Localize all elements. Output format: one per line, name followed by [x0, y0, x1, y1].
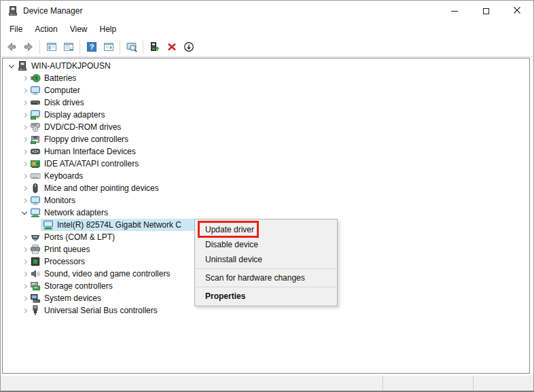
printer-icon — [30, 244, 41, 255]
tree-item-content: DVD/CD-ROM drives — [28, 121, 121, 133]
tree-item-win-autdkjpousn[interactable]: WIN-AUTDKJPOUSN — [3, 60, 529, 72]
toolbar: ? — [1, 37, 533, 57]
tree-item-network-adapters[interactable]: Network adapters — [3, 207, 529, 219]
tree-item-mice-and-other-pointing-devices[interactable]: Mice and other pointing devices — [3, 182, 529, 194]
chevron-right-icon[interactable] — [21, 170, 28, 182]
chevron-right-icon[interactable] — [21, 133, 28, 145]
menu-bar: FileActionViewHelp — [1, 21, 533, 37]
system-icon — [30, 293, 41, 304]
tree-item-label: WIN-AUTDKJPOUSN — [31, 61, 111, 71]
chevron-right-icon[interactable] — [21, 145, 28, 158]
chevron-right-icon[interactable] — [21, 268, 28, 280]
chevron-down-icon[interactable] — [8, 60, 15, 72]
context-menu-item-properties[interactable]: Properties — [195, 289, 337, 304]
tree-item-floppy-drive-controllers[interactable]: Floppy drive controllers — [3, 133, 529, 145]
toolbar-button-action-pane[interactable] — [101, 39, 116, 55]
tree-item-ide-ata-atapi-controllers[interactable]: IDE ATA/ATAPI controllers — [3, 158, 529, 170]
context-menu-item-update-driver[interactable]: Update driver — [195, 222, 337, 237]
chevron-right-icon[interactable] — [21, 182, 28, 194]
chevron-right-icon[interactable] — [21, 121, 28, 133]
tree-item-label: DVD/CD-ROM drives — [44, 122, 121, 132]
toolbar-button-uninstall[interactable] — [164, 39, 179, 55]
maximize-button[interactable] — [470, 1, 501, 21]
tree-item-label: Monitors — [44, 196, 75, 205]
disable-icon — [183, 41, 194, 52]
tree-item-label: Ports (COM & LPT) — [44, 232, 115, 242]
tree-item-label: Print queues — [44, 245, 90, 254]
tree-item-content: Universal Serial Bus controllers — [28, 304, 158, 317]
status-bar-cell — [1, 376, 382, 391]
toolbar-button-forward[interactable] — [20, 39, 36, 55]
tree-item-display-adapters[interactable]: Display adapters — [3, 109, 529, 121]
tree-item-human-interface-devices[interactable]: Human Interface Devices — [3, 145, 529, 158]
tree-item-label: Display adapters — [44, 110, 105, 120]
tree-item-computer[interactable]: Computer — [3, 84, 529, 96]
chevron-down-icon[interactable] — [21, 207, 28, 219]
chevron-right-icon[interactable] — [21, 194, 28, 207]
device-manager-icon — [7, 5, 18, 16]
chevron-right-icon[interactable] — [21, 96, 28, 109]
toolbar-button-disable[interactable] — [181, 39, 196, 55]
chevron-right-icon[interactable] — [21, 84, 28, 96]
tree-item-content: Disk drives — [28, 96, 84, 109]
context-menu-item-scan-for-hardware-changes[interactable]: Scan for hardware changes — [195, 270, 337, 285]
mouse-icon — [30, 183, 41, 194]
context-menu-separator — [196, 287, 336, 287]
processor-icon — [30, 256, 41, 267]
menu-action[interactable]: Action — [29, 22, 63, 36]
maximize-icon — [483, 8, 489, 14]
context-menu-item-uninstall-device[interactable]: Uninstall device — [195, 252, 337, 267]
tree-item-label: Sound, video and game controllers — [44, 269, 170, 279]
tree-item-label: Universal Serial Bus controllers — [44, 306, 158, 315]
toolbar-button-scan[interactable] — [124, 39, 139, 55]
back-icon — [6, 41, 17, 52]
toolbar-button-back[interactable] — [3, 39, 19, 55]
monitor-icon — [30, 85, 41, 96]
menu-help[interactable]: Help — [94, 22, 123, 36]
toolbar-separator — [120, 40, 120, 54]
tree-item-disk-drives[interactable]: Disk drives — [3, 96, 529, 109]
toolbar-button-update-driver[interactable] — [147, 39, 162, 55]
chevron-right-icon[interactable] — [21, 231, 28, 243]
tree-item-monitors[interactable]: Monitors — [3, 194, 529, 207]
chevron-right-icon[interactable] — [21, 280, 28, 292]
chevron-right-icon[interactable] — [21, 72, 28, 84]
sound-icon — [30, 268, 41, 279]
chevron-right-icon[interactable] — [21, 158, 28, 170]
device-manager-window: Device Manager FileActionViewHelp ? WIN-… — [0, 0, 534, 392]
hid-icon — [30, 146, 41, 157]
tree-item-label: Storage controllers — [44, 281, 113, 291]
toolbar-button-help[interactable]: ? — [84, 39, 99, 55]
tree-item-batteries[interactable]: Batteries — [3, 72, 529, 84]
chevron-right-icon[interactable] — [21, 243, 28, 255]
tree-item-content: IDE ATA/ATAPI controllers — [28, 158, 139, 170]
toolbar-button-properties[interactable] — [60, 39, 76, 55]
tree-item-selection: Intel(R) 82574L Gigabit Network C — [41, 219, 200, 231]
tree-item-label: Intel(R) 82574L Gigabit Network C — [57, 220, 181, 230]
chevron-right-icon[interactable] — [21, 109, 28, 121]
chevron-right-icon[interactable] — [21, 304, 28, 317]
tree-item-content: Floppy drive controllers — [28, 133, 128, 145]
tree-item-content: Ports (COM & LPT) — [28, 231, 115, 243]
context-menu-item-disable-device[interactable]: Disable device — [195, 237, 337, 252]
tree-item-label: Mice and other pointing devices — [44, 183, 159, 193]
tree-item-label: System devices — [44, 293, 101, 303]
minimize-button[interactable] — [439, 1, 470, 21]
help-icon: ? — [86, 41, 97, 52]
toolbar-button-console-tree[interactable] — [43, 39, 59, 55]
tree-item-content: Print queues — [28, 243, 90, 255]
svg-text:?: ? — [89, 43, 94, 51]
tree-item-content: Network adapters — [28, 207, 108, 219]
close-button[interactable] — [501, 1, 533, 21]
computer-root-icon — [17, 60, 28, 71]
tree-item-content: Keyboards — [28, 170, 83, 182]
menu-file[interactable]: File — [3, 22, 29, 36]
toolbar-separator — [143, 40, 143, 54]
status-bar-cell — [473, 376, 533, 391]
tree-item-dvd-cd-rom-drives[interactable]: DVD/CD-ROM drives — [3, 121, 529, 133]
chevron-right-icon[interactable] — [21, 255, 28, 268]
window-controls — [439, 1, 533, 21]
menu-view[interactable]: View — [64, 22, 94, 36]
chevron-right-icon[interactable] — [21, 292, 28, 304]
tree-item-keyboards[interactable]: Keyboards — [3, 170, 529, 182]
